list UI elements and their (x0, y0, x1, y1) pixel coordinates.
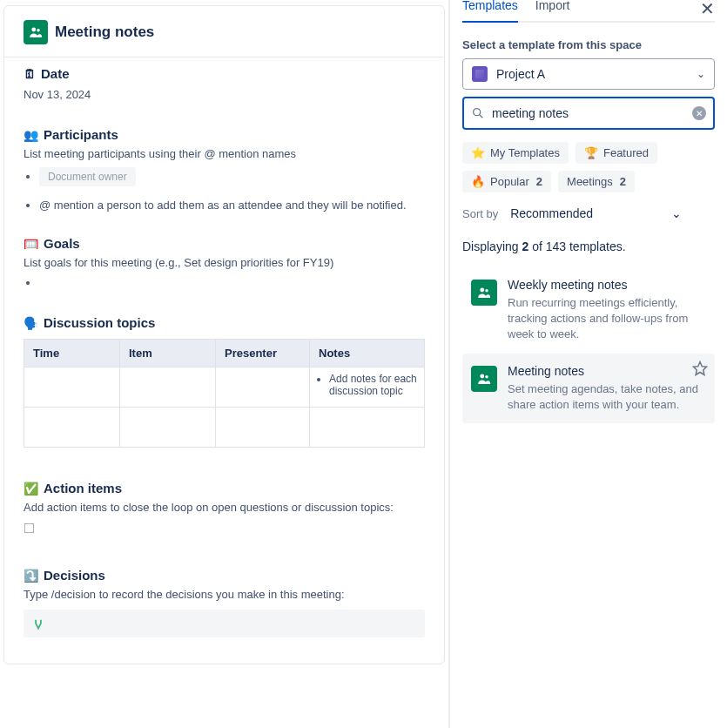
section-title-actions: Action items (44, 481, 122, 495)
section-actions: ✅ Action items Add action items to close… (4, 472, 444, 536)
svg-point-4 (480, 288, 484, 293)
template-card-weekly[interactable]: Weekly meeting notes Run recurring meeti… (462, 267, 715, 354)
page-header: Meeting notes (4, 6, 444, 57)
trophy-icon: 🏆 (584, 146, 598, 159)
section-title-discussion: Discussion topics (44, 315, 155, 330)
participants-note: @ mention a person to add them as an att… (39, 199, 425, 212)
participants-list[interactable]: Document owner (39, 167, 425, 186)
template-icon (471, 280, 497, 306)
sort-label: Sort by (462, 207, 498, 220)
clear-search-icon[interactable]: ✕ (692, 106, 706, 120)
section-head-goals: 🥅 Goals (24, 236, 425, 251)
meeting-notes-icon (24, 20, 48, 44)
svg-point-2 (474, 109, 481, 116)
space-prompt: Select a template from this space (462, 38, 715, 51)
svg-marker-8 (694, 361, 707, 374)
participants-helper: List meeting participants using their @ … (24, 147, 425, 160)
template-title: Meeting notes (508, 364, 706, 378)
section-title-participants: Participants (44, 127, 118, 142)
section-head-actions: ✅ Action items (24, 481, 425, 495)
close-icon[interactable]: ✕ (700, 0, 715, 19)
svg-point-1 (37, 29, 39, 31)
chevron-down-icon: ⌄ (671, 206, 682, 220)
fire-icon: 🔥 (471, 175, 485, 188)
section-head-decisions: ⤵️ Decisions (24, 568, 425, 583)
svg-point-7 (485, 375, 488, 378)
section-title-goals: Goals (44, 236, 80, 251)
star-outline-icon[interactable] (692, 361, 708, 379)
space-icon (472, 66, 488, 82)
search-icon (471, 106, 485, 120)
filter-row: ⭐ My Templates 🏆 Featured 🔥 Popular 2 Me… (462, 142, 715, 192)
speaking-icon: 🗣️ (24, 316, 38, 330)
goal-icon: 🥅 (24, 237, 38, 251)
space-name: Project A (496, 67, 688, 81)
table-row[interactable] (24, 408, 425, 448)
section-title-date: Date (41, 66, 70, 81)
notes-placeholder[interactable]: Add notes for each discussion topic (329, 373, 417, 397)
space-select[interactable]: Project A ⌄ (462, 58, 715, 90)
filter-featured[interactable]: 🏆 Featured (576, 142, 657, 164)
section-title-decisions: Decisions (44, 568, 105, 583)
col-presenter: Presenter (216, 340, 310, 367)
table-row[interactable]: Add notes for each discussion topic (24, 367, 425, 408)
templates-panel: Templates Import ✕ Select a template fro… (449, 0, 727, 728)
sort-row: Sort by Recommended ⌄ (462, 206, 715, 220)
sort-select[interactable]: Recommended ⌄ (510, 206, 682, 220)
template-desc: Set meeting agendas, take notes, and sha… (508, 381, 706, 413)
action-item-row[interactable] (24, 522, 425, 536)
main-content: Meeting notes 🗓 Date Nov 13, 2024 👥 Part… (0, 0, 449, 728)
svg-point-0 (31, 28, 36, 32)
calendar-icon: 🗓 (24, 67, 36, 81)
section-discussion: 🗣️ Discussion topics Time Item Presenter… (4, 307, 444, 448)
result-meta: Displaying 2 of 143 templates. (462, 239, 715, 253)
decision-icon: ⤵️ (24, 569, 38, 583)
tabs: Templates Import ✕ (462, 0, 715, 23)
template-icon (471, 366, 497, 392)
section-head-date: 🗓 Date (24, 66, 425, 81)
star-icon: ⭐ (471, 146, 485, 159)
section-date: 🗓 Date Nov 13, 2024 (4, 57, 444, 101)
check-icon: ✅ (24, 482, 38, 495)
svg-line-3 (480, 115, 483, 118)
template-title: Weekly meeting notes (508, 278, 706, 292)
search-box[interactable]: ✕ (462, 97, 715, 130)
template-desc: Run recurring meetings efficiently, trac… (508, 295, 706, 343)
goals-list[interactable] (39, 276, 425, 289)
filter-my-templates[interactable]: ⭐ My Templates (462, 142, 569, 164)
search-input[interactable] (492, 106, 685, 120)
tab-import[interactable]: Import (535, 0, 570, 21)
filter-meetings[interactable]: Meetings 2 (558, 171, 635, 192)
filter-popular[interactable]: 🔥 Popular 2 (462, 171, 551, 192)
col-notes: Notes (310, 340, 425, 367)
svg-point-6 (480, 374, 484, 378)
chevron-down-icon: ⌄ (697, 68, 705, 80)
page-card: Meeting notes 🗓 Date Nov 13, 2024 👥 Part… (3, 5, 445, 664)
page-title: Meeting notes (55, 24, 154, 41)
section-head-participants: 👥 Participants (24, 127, 425, 142)
action-checkbox[interactable] (24, 523, 35, 534)
goals-helper: List goals for this meeting (e.g., Set d… (24, 256, 425, 269)
section-decisions: ⤵️ Decisions Type /decision to record th… (4, 559, 444, 637)
tab-templates[interactable]: Templates (462, 0, 518, 23)
result-list: Weekly meeting notes Run recurring meeti… (462, 267, 715, 423)
template-card-meeting-notes[interactable]: Meeting notes Set meeting agendas, take … (462, 354, 715, 423)
col-time: Time (24, 340, 120, 367)
col-item: Item (120, 340, 216, 367)
participants-note-list: @ mention a person to add them as an att… (39, 199, 425, 212)
discussion-table[interactable]: Time Item Presenter Notes Add notes for … (24, 339, 425, 448)
people-icon: 👥 (24, 128, 38, 142)
section-participants: 👥 Participants List meeting participants… (4, 118, 444, 212)
section-goals: 🥅 Goals List goals for this meeting (e.g… (4, 227, 444, 289)
decision-block[interactable] (24, 610, 425, 637)
date-value[interactable]: Nov 13, 2024 (24, 88, 425, 101)
svg-point-5 (485, 289, 488, 292)
section-head-discussion: 🗣️ Discussion topics (24, 315, 425, 330)
decisions-helper: Type /decision to record the decisions y… (24, 588, 425, 601)
owner-placeholder[interactable]: Document owner (39, 167, 136, 186)
actions-helper: Add action items to close the loop on op… (24, 501, 425, 514)
